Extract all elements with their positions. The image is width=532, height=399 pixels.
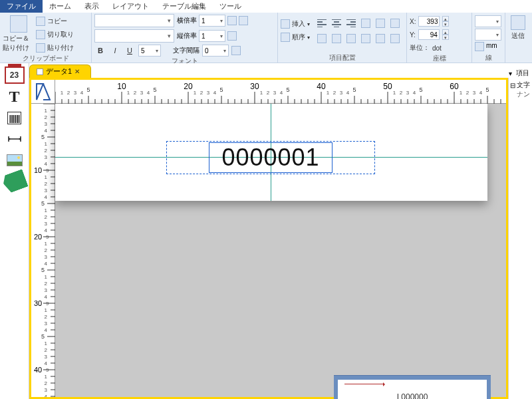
coord-group-label: 座標 xyxy=(410,54,469,63)
cut-button[interactable]: 切り取り xyxy=(36,29,74,41)
chevron-down-icon: ▾ xyxy=(168,33,171,39)
svg-text:1: 1 xyxy=(45,207,48,213)
menu-home[interactable]: ホーム xyxy=(43,0,78,13)
vruler-ticks: 1234512341091234512342091234512343091234… xyxy=(31,104,55,397)
paste-small-button[interactable]: 貼り付け xyxy=(36,42,74,54)
orient-v-icon[interactable] xyxy=(227,16,237,25)
orient-h-icon[interactable] xyxy=(239,16,248,25)
svg-text:4: 4 xyxy=(45,327,48,333)
font-family-combo[interactable]: ▾ xyxy=(94,14,174,27)
svg-text:1: 1 xyxy=(127,90,130,96)
svg-text:3: 3 xyxy=(45,121,48,127)
svg-text:2: 2 xyxy=(267,90,270,96)
order-icon xyxy=(281,33,290,42)
underline-button[interactable]: U xyxy=(124,45,136,57)
horizontal-ruler[interactable]: 1234510123452012345301234540123455012345… xyxy=(55,80,506,104)
font-style-combo[interactable]: ▾ xyxy=(94,29,174,43)
calendar-icon: 23 xyxy=(5,66,25,84)
close-tab-button[interactable]: ✕ xyxy=(74,68,80,75)
font-extra-icon[interactable] xyxy=(231,46,241,55)
document-tab[interactable]: データ1 ✕ xyxy=(29,65,91,78)
bold-button[interactable]: B xyxy=(94,45,106,57)
svg-text:9: 9 xyxy=(46,168,49,174)
dist-v-button[interactable] xyxy=(374,32,387,45)
svg-text:40: 40 xyxy=(34,366,42,374)
unit-label: 単位： xyxy=(410,43,430,53)
dist-3-button[interactable] xyxy=(388,32,402,45)
text-tool[interactable]: T xyxy=(3,87,26,106)
vertical-ruler[interactable]: 1234512341091234512342091234512343091234… xyxy=(31,104,55,397)
align-left-button[interactable] xyxy=(315,17,329,30)
lock-button[interactable] xyxy=(315,32,329,45)
svg-text:30: 30 xyxy=(34,299,42,307)
menu-layout[interactable]: レイアウト xyxy=(106,0,156,13)
line-width-combo[interactable]: ▾ xyxy=(475,15,501,27)
insert-button[interactable]: 挿入▾ xyxy=(281,18,310,30)
align-right-button[interactable] xyxy=(344,17,358,30)
mm-label: mm xyxy=(486,42,497,51)
text-object[interactable]: 0000001 xyxy=(166,141,375,174)
svg-text:2: 2 xyxy=(45,181,48,187)
tree-node-text[interactable]: ⊟文字 xyxy=(510,80,531,90)
align-obj1-button[interactable] xyxy=(374,17,387,30)
menu-bar: ファイル ホーム 表示 レイアウト テーブル編集 ツール xyxy=(0,0,532,13)
align-obj2-button[interactable] xyxy=(388,17,402,30)
paste-button[interactable]: コピー＆貼り付け xyxy=(3,14,35,53)
ruler-origin[interactable] xyxy=(31,80,55,104)
y-input[interactable] xyxy=(418,29,440,40)
image-tool[interactable] xyxy=(3,151,26,170)
paste-label: コピー＆貼り付け xyxy=(3,34,35,53)
svg-text:4: 4 xyxy=(80,90,84,96)
svg-text:5: 5 xyxy=(86,86,90,93)
line-icon[interactable] xyxy=(475,42,484,51)
svg-text:1: 1 xyxy=(460,90,463,96)
svg-text:20: 20 xyxy=(184,82,193,91)
clipboard-group-label: クリップボード xyxy=(3,54,88,63)
menu-table[interactable]: テーブル編集 xyxy=(156,0,213,13)
copy-button[interactable]: コピー xyxy=(36,15,74,27)
dimension-tool[interactable] xyxy=(3,130,26,148)
svg-text:2: 2 xyxy=(134,90,137,96)
send-button[interactable]: 送信 xyxy=(508,14,528,41)
canvas-area[interactable]: 1234510123452012345301234540123455012345… xyxy=(29,78,508,399)
dist-h-button[interactable] xyxy=(359,32,372,45)
menu-tools[interactable]: ツール xyxy=(213,0,248,13)
line-style-combo[interactable]: ▾ xyxy=(475,29,501,41)
barcode-tool[interactable]: |||||| xyxy=(3,108,26,127)
x-spinner[interactable]: ▴▾ xyxy=(442,16,449,27)
label-page[interactable]: 0000001 xyxy=(55,104,487,201)
line-group-label: 線 xyxy=(475,53,502,63)
zoom-h-combo[interactable]: 1▾ xyxy=(199,15,225,27)
svg-text:9: 9 xyxy=(46,367,49,373)
x-input[interactable] xyxy=(418,16,440,27)
svg-text:4: 4 xyxy=(45,128,48,134)
spacing-combo[interactable]: 0▾ xyxy=(202,45,229,57)
menu-view[interactable]: 表示 xyxy=(78,0,106,13)
tree-node-child[interactable]: ナン xyxy=(510,90,531,99)
menu-file[interactable]: ファイル xyxy=(0,0,43,13)
svg-text:2: 2 xyxy=(67,90,70,96)
align-top-button[interactable] xyxy=(359,17,372,30)
svg-text:10: 10 xyxy=(34,166,42,174)
pin-button[interactable] xyxy=(330,32,343,45)
align-center-button[interactable] xyxy=(330,17,343,30)
font-size-combo[interactable]: 5▾ xyxy=(138,45,161,57)
date-tool[interactable]: 23 xyxy=(3,66,26,84)
svg-text:10: 10 xyxy=(117,82,126,91)
svg-text:4: 4 xyxy=(413,90,416,96)
preview-card[interactable]: I 000000 xyxy=(338,380,487,399)
svg-text:2: 2 xyxy=(45,347,48,353)
svg-text:1: 1 xyxy=(45,274,48,280)
group-button[interactable] xyxy=(344,32,358,45)
y-spinner[interactable]: ▴▾ xyxy=(442,29,449,40)
order-button[interactable]: 順序▾ xyxy=(281,31,310,43)
zoom-v-combo[interactable]: 1▾ xyxy=(199,30,225,42)
svg-text:1: 1 xyxy=(45,241,48,247)
svg-text:9: 9 xyxy=(46,301,49,307)
tabbar-menu-button[interactable]: ▾ xyxy=(506,70,515,77)
italic-button[interactable]: I xyxy=(109,45,121,57)
text-dir-icon[interactable] xyxy=(227,31,237,41)
svg-text:5: 5 xyxy=(419,86,422,93)
x-label: X: xyxy=(410,18,416,25)
tag-tool[interactable] xyxy=(1,169,29,194)
